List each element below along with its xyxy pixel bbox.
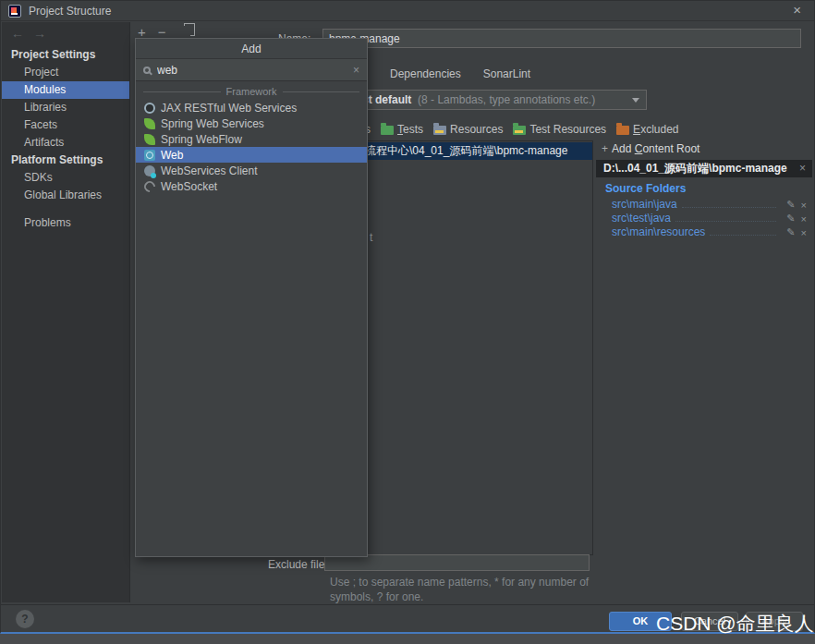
tests-folder-icon [381, 126, 394, 135]
framework-item-spring-webflow[interactable]: Spring WebFlow [136, 131, 367, 147]
mark-as-row: Sources Tests Resources Test Resources E… [313, 123, 679, 136]
framework-item-jax-restful[interactable]: JAX RESTful Web Services [136, 100, 367, 115]
back-forward-icons[interactable]: ←→ [11, 26, 55, 41]
forward-icon[interactable]: → [33, 26, 55, 41]
exclude-files-help: Use ; to separate name patterns, * for a… [330, 575, 589, 604]
search-input[interactable] [157, 64, 347, 77]
spring-icon [144, 134, 155, 145]
content-root-header[interactable]: D:\...04_01_源码前端\bpmc-manage× [596, 160, 812, 177]
csdn-watermark: CSDN @命里良人 [656, 611, 814, 637]
intellij-logo-icon [8, 5, 21, 18]
window-title: Project Structure [29, 5, 111, 18]
platform-settings-header: Platform Settings [2, 152, 129, 169]
project-structure-dialog: Project Structure × ←→ Project Settings … [0, 0, 815, 634]
edit-folder-icon[interactable]: ✎ [786, 226, 795, 238]
webservices-client-icon [144, 165, 155, 176]
sidebar-item-facets[interactable]: Facets [2, 116, 129, 134]
search-icon [143, 67, 151, 74]
mark-as-resources[interactable]: Resources [433, 123, 503, 136]
source-folder-path: src\main\java [612, 198, 677, 211]
module-tabs: Dependencies SonarLint [368, 65, 530, 83]
add-framework-popup: Add × Framework JAX RESTful Web Services… [135, 38, 368, 557]
framework-item-webservices-client[interactable]: WebServices Client [136, 163, 367, 178]
remove-module-button[interactable]: − [158, 24, 166, 40]
project-settings-header: Project Settings [2, 46, 129, 64]
sidebar-item-sdks[interactable]: SDKs [2, 169, 129, 187]
sidebar-item-artifacts[interactable]: Artifacts [2, 134, 129, 152]
framework-item-web[interactable]: Web [136, 147, 367, 163]
excluded-folder-icon [616, 126, 629, 135]
framework-item-spring-web-services[interactable]: Spring Web Services [136, 115, 367, 131]
remove-folder-icon[interactable]: × [801, 227, 807, 238]
source-folder-path: src\test\java [612, 212, 671, 225]
add-module-button[interactable]: + [138, 24, 146, 40]
remove-folder-icon[interactable]: × [801, 213, 807, 225]
mark-as-test-resources[interactable]: Test Resources [513, 123, 606, 136]
copy-module-icon[interactable] [181, 26, 190, 37]
titlebar: Project Structure × [1, 1, 814, 21]
close-icon[interactable]: × [793, 2, 801, 18]
source-folder-row: src\main\java✎× [612, 198, 807, 211]
source-folder-row: src\test\java✎× [612, 212, 807, 225]
sidebar-item-libraries[interactable]: Libraries [2, 99, 129, 116]
tab-dependencies[interactable]: Dependencies [390, 65, 461, 83]
mark-as-excluded[interactable]: Excluded [616, 123, 678, 136]
source-folder-row: src\main\resources✎× [612, 225, 807, 238]
remove-content-root-icon[interactable]: × [799, 160, 806, 177]
framework-section-separator: Framework [143, 86, 359, 97]
settings-sidebar: ←→ Project Settings Project Modules Libr… [2, 22, 130, 602]
mark-as-tests[interactable]: Tests [381, 123, 423, 136]
websocket-icon [142, 178, 158, 194]
popup-search-bar: × [136, 59, 367, 81]
popup-title: Add [136, 39, 367, 59]
sidebar-item-project[interactable]: Project [2, 64, 129, 81]
jax-rs-icon [144, 103, 155, 114]
sidebar-item-global-libraries[interactable]: Global Libraries [2, 187, 129, 204]
spring-icon [144, 118, 155, 129]
sidebar-item-problems[interactable]: Problems [2, 214, 129, 232]
plus-icon: + [602, 142, 608, 155]
content-roots-panel: +Add Content Root D:\...04_01_源码前端\bpmc-… [596, 140, 812, 602]
language-level-select[interactable]: Project default (8 - Lambdas, type annot… [326, 90, 647, 110]
back-icon[interactable]: ← [11, 26, 33, 41]
add-content-root-button[interactable]: +Add Content Root [602, 142, 699, 155]
remove-folder-icon[interactable]: × [801, 200, 807, 211]
web-icon [144, 150, 155, 161]
framework-item-websocket[interactable]: WebSocket [136, 178, 367, 194]
tab-sonarlint[interactable]: SonarLint [483, 65, 530, 83]
clear-search-icon[interactable]: × [353, 64, 359, 77]
module-name-input[interactable] [322, 29, 801, 48]
resources-folder-icon [433, 126, 446, 135]
edit-folder-icon[interactable]: ✎ [786, 199, 795, 211]
chevron-down-icon [632, 98, 639, 103]
hidden-text-fragment: t [370, 231, 372, 244]
source-folder-path: src\main\resources [612, 225, 705, 238]
test-resources-folder-icon [513, 126, 526, 135]
edit-folder-icon[interactable]: ✎ [786, 213, 795, 225]
sidebar-item-modules[interactable]: Modules [2, 81, 129, 99]
source-folders-header: Source Folders [605, 182, 686, 195]
help-button[interactable]: ? [16, 610, 34, 628]
